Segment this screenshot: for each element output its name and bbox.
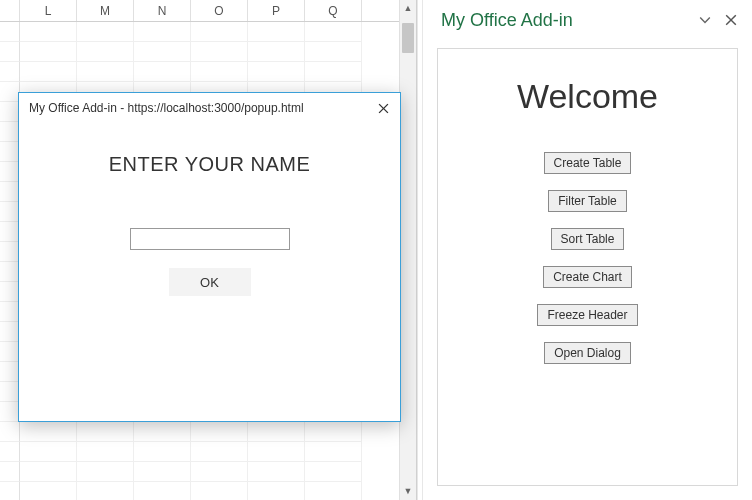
row-header[interactable] — [0, 102, 20, 122]
row-header[interactable] — [0, 402, 20, 422]
column-headers-row: L M N O P Q — [0, 0, 416, 22]
task-pane-close-button[interactable] — [718, 7, 744, 33]
cell[interactable] — [248, 22, 305, 42]
row-header[interactable] — [0, 322, 20, 342]
grid-row — [0, 422, 416, 442]
popup-dialog: My Office Add-in - https://localhost:300… — [18, 92, 401, 422]
cell[interactable] — [248, 482, 305, 500]
cell[interactable] — [77, 42, 134, 62]
spreadsheet-area: L M N O P Q ▲ ▼ My Office Add-in - https… — [0, 0, 417, 500]
cell[interactable] — [20, 42, 77, 62]
cell[interactable] — [248, 422, 305, 442]
column-header[interactable]: Q — [305, 0, 362, 21]
scrollbar-thumb[interactable] — [402, 23, 414, 53]
cell[interactable] — [77, 442, 134, 462]
cell[interactable] — [248, 442, 305, 462]
row-header[interactable] — [0, 422, 20, 442]
cell[interactable] — [77, 422, 134, 442]
cell[interactable] — [305, 22, 362, 42]
cell[interactable] — [191, 42, 248, 62]
cell[interactable] — [191, 482, 248, 500]
row-header[interactable] — [0, 382, 20, 402]
cell[interactable] — [305, 442, 362, 462]
cell[interactable] — [77, 22, 134, 42]
sort-table-button[interactable]: Sort Table — [551, 228, 625, 250]
grid-row — [0, 62, 416, 82]
cell[interactable] — [134, 462, 191, 482]
welcome-heading: Welcome — [454, 77, 721, 116]
cell[interactable] — [20, 482, 77, 500]
cell[interactable] — [134, 22, 191, 42]
row-header[interactable] — [0, 22, 20, 42]
row-header[interactable] — [0, 42, 20, 62]
row-header[interactable] — [0, 162, 20, 182]
column-header[interactable]: N — [134, 0, 191, 21]
cell[interactable] — [305, 462, 362, 482]
column-header[interactable]: P — [248, 0, 305, 21]
row-header[interactable] — [0, 462, 20, 482]
cell[interactable] — [305, 422, 362, 442]
cell[interactable] — [305, 62, 362, 82]
cell[interactable] — [248, 62, 305, 82]
row-header[interactable] — [0, 62, 20, 82]
dialog-close-button[interactable] — [372, 97, 394, 119]
row-header[interactable] — [0, 182, 20, 202]
scrollbar-track[interactable] — [402, 17, 414, 483]
ok-button[interactable]: OK — [169, 268, 251, 296]
cell[interactable] — [191, 22, 248, 42]
row-header[interactable] — [0, 242, 20, 262]
row-header[interactable] — [0, 482, 20, 500]
row-header[interactable] — [0, 142, 20, 162]
row-header[interactable] — [0, 222, 20, 242]
row-header[interactable] — [0, 362, 20, 382]
scroll-down-arrow-icon[interactable]: ▼ — [400, 483, 416, 500]
cell[interactable] — [248, 42, 305, 62]
cell[interactable] — [77, 462, 134, 482]
column-header[interactable]: O — [191, 0, 248, 21]
grid-row — [0, 482, 416, 500]
cell[interactable] — [134, 442, 191, 462]
row-header[interactable] — [0, 82, 20, 102]
task-pane-menu-button[interactable] — [692, 7, 718, 33]
cell[interactable] — [20, 462, 77, 482]
row-header[interactable] — [0, 342, 20, 362]
cell[interactable] — [305, 482, 362, 500]
cell[interactable] — [191, 62, 248, 82]
row-header[interactable] — [0, 122, 20, 142]
cell[interactable] — [191, 422, 248, 442]
row-header[interactable] — [0, 442, 20, 462]
cell[interactable] — [134, 62, 191, 82]
cell[interactable] — [305, 42, 362, 62]
cell[interactable] — [77, 482, 134, 500]
cell[interactable] — [20, 22, 77, 42]
column-header[interactable]: M — [77, 0, 134, 21]
freeze-header-button[interactable]: Freeze Header — [537, 304, 637, 326]
scroll-up-arrow-icon[interactable]: ▲ — [400, 0, 416, 17]
cell[interactable] — [134, 482, 191, 500]
cell[interactable] — [248, 462, 305, 482]
grid-row — [0, 442, 416, 462]
cell[interactable] — [191, 442, 248, 462]
cell[interactable] — [20, 442, 77, 462]
dialog-heading: ENTER YOUR NAME — [19, 153, 400, 176]
cell[interactable] — [134, 422, 191, 442]
open-dialog-button[interactable]: Open Dialog — [544, 342, 631, 364]
filter-table-button[interactable]: Filter Table — [548, 190, 626, 212]
vertical-scrollbar[interactable]: ▲ ▼ — [399, 0, 416, 500]
name-input[interactable] — [130, 228, 290, 250]
create-table-button[interactable]: Create Table — [544, 152, 632, 174]
cell[interactable] — [20, 62, 77, 82]
row-header[interactable] — [0, 282, 20, 302]
cell[interactable] — [134, 42, 191, 62]
dialog-titlebar[interactable]: My Office Add-in - https://localhost:300… — [19, 93, 400, 123]
row-header[interactable] — [0, 302, 20, 322]
task-pane-title: My Office Add-in — [441, 10, 692, 31]
cell[interactable] — [20, 422, 77, 442]
cell[interactable] — [191, 462, 248, 482]
task-pane-header: My Office Add-in — [423, 0, 752, 40]
cell[interactable] — [77, 62, 134, 82]
create-chart-button[interactable]: Create Chart — [543, 266, 632, 288]
row-header[interactable] — [0, 262, 20, 282]
column-header[interactable]: L — [20, 0, 77, 21]
row-header[interactable] — [0, 202, 20, 222]
